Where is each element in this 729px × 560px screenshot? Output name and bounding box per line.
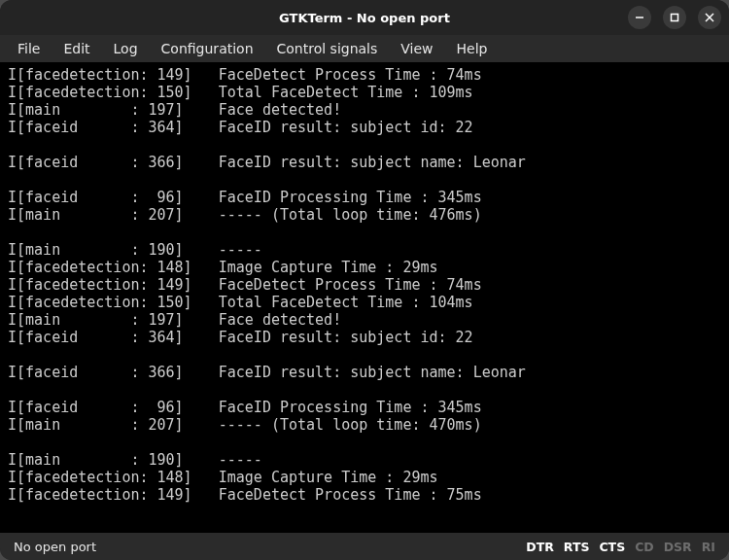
signal-dtr: DTR [526, 540, 554, 554]
maximize-icon [670, 13, 679, 22]
minimize-icon [635, 13, 644, 22]
app-window: GTKTerm - No open port File Edit Log Con… [0, 0, 729, 560]
maximize-button[interactable] [663, 6, 686, 29]
status-signals: DTRRTSCTSCDDSRRI [526, 540, 715, 554]
status-left: No open port [14, 540, 96, 554]
window-title: GTKTerm - No open port [279, 11, 450, 25]
menu-edit[interactable]: Edit [53, 38, 99, 59]
titlebar: GTKTerm - No open port [0, 0, 729, 35]
signal-ri: RI [702, 540, 715, 554]
menu-view[interactable]: View [391, 38, 442, 59]
menu-help[interactable]: Help [447, 38, 498, 59]
menu-configuration[interactable]: Configuration [152, 38, 263, 59]
signal-dsr: DSR [664, 540, 692, 554]
signal-cts: CTS [599, 540, 625, 554]
close-icon [705, 13, 714, 22]
window-controls [628, 0, 721, 35]
close-button[interactable] [698, 6, 721, 29]
terminal-output[interactable]: I[facedetection: 149] FaceDetect Process… [0, 62, 729, 533]
menu-log[interactable]: Log [104, 38, 148, 59]
statusbar: No open port DTRRTSCTSCDDSRRI [0, 533, 729, 560]
menubar: File Edit Log Configuration Control sign… [0, 35, 729, 62]
menu-control-signals[interactable]: Control signals [267, 38, 388, 59]
signal-rts: RTS [564, 540, 590, 554]
signal-cd: CD [635, 540, 654, 554]
svg-rect-1 [672, 15, 678, 21]
minimize-button[interactable] [628, 6, 651, 29]
menu-file[interactable]: File [8, 38, 50, 59]
